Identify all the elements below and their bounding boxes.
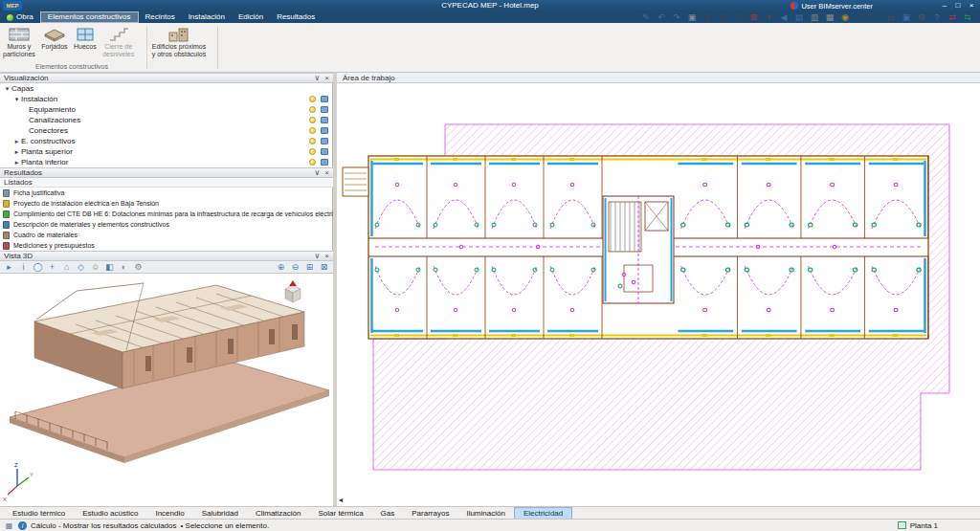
tab-climatizacion[interactable]: Climatización [247, 508, 310, 519]
tab-estudio-acustico[interactable]: Estudio acústico [74, 508, 146, 519]
zoom-in-icon[interactable]: ⊕ [701, 12, 714, 23]
canvas-scroll-left-icon[interactable]: ◂ [339, 496, 343, 504]
layer-print-icon[interactable] [321, 159, 328, 166]
list-item-mediciones-presupuestos[interactable]: Mediciones y presupuestos [0, 240, 333, 251]
layer-print-icon[interactable] [321, 148, 328, 155]
collapse-icon[interactable]: ∨ [314, 168, 320, 177]
muros-y-particiones-button[interactable]: Muros y particiones [2, 24, 36, 59]
edificios-proximos-button[interactable]: Edificios próximos y otros obstáculos [148, 24, 210, 59]
layer-print-icon[interactable] [321, 106, 328, 113]
sync-icon[interactable]: ⇄ [946, 12, 959, 23]
zoom-out-icon[interactable]: ⊖ [716, 12, 729, 23]
zoom-extents-icon[interactable]: ⊠ [746, 12, 760, 23]
visibility-bulb-icon[interactable] [309, 138, 316, 144]
layer-print-icon[interactable] [321, 96, 328, 102]
measure-icon[interactable]: ↔ [869, 12, 882, 23]
columns-icon[interactable]: ▥ [808, 12, 821, 23]
shadow-icon[interactable]: ◐ [118, 262, 130, 273]
collapse-icon[interactable]: ∨ [314, 74, 320, 82]
zoom-window-icon[interactable]: ⊞ [731, 12, 745, 23]
redo-icon[interactable]: ↷ [670, 12, 683, 23]
print-icon[interactable]: ▭ [884, 12, 898, 23]
pan-icon[interactable]: + [46, 262, 58, 273]
tree-item-conectores[interactable]: Conectores [0, 125, 333, 136]
calc-grid-icon[interactable]: ▦ [4, 521, 14, 530]
expander-icon[interactable]: ▾ [3, 85, 11, 93]
help-icon[interactable]: ? [930, 12, 944, 23]
close-button[interactable]: × [965, 0, 978, 11]
zoom-extents-icon[interactable]: ⊠ [318, 262, 330, 273]
layers-icon[interactable]: ▤ [792, 12, 806, 23]
text-icon[interactable]: T [854, 12, 867, 23]
expander-icon[interactable]: ▸ [12, 138, 21, 145]
select-icon[interactable]: ▸ [3, 262, 15, 273]
drawing-canvas[interactable]: ◂ [337, 83, 980, 506]
bimserver-user[interactable]: User BIMserver.center [791, 1, 873, 11]
home-view-icon[interactable]: ⌂ [60, 262, 73, 273]
close-icon[interactable]: × [324, 74, 329, 82]
forjados-button[interactable]: Forjados [40, 24, 68, 53]
edit-icon[interactable]: ✎ [639, 12, 653, 23]
iso-view-icon[interactable]: ◇ [75, 262, 87, 273]
pan-icon[interactable]: + [762, 12, 775, 23]
layer-print-icon[interactable] [321, 138, 328, 144]
tree-item-planta-inferior[interactable]: ▸ Planta inferior [0, 157, 333, 167]
tree-item-instalacion[interactable]: ▾ Instalación [0, 94, 333, 104]
tab-electricidad[interactable]: Electricidad [514, 507, 572, 520]
expander-icon[interactable]: ▸ [12, 148, 21, 156]
tree-item-capas[interactable]: ▾ Capas [0, 83, 333, 94]
visibility-bulb-icon[interactable] [309, 117, 316, 123]
tree-item-canalizaciones[interactable]: Canalizaciones [0, 115, 333, 125]
tab-elementos-constructivos[interactable]: Elementos constructivos [40, 11, 139, 23]
plant-selector[interactable]: Planta 1 [898, 521, 938, 530]
visibility-bulb-icon[interactable] [309, 96, 316, 102]
settings-icon[interactable]: ⚙ [132, 262, 145, 273]
visibility-bulb-icon[interactable] [309, 148, 316, 155]
tab-solar-termica[interactable]: Solar térmica [309, 508, 371, 519]
list-item-descripcion-materiales[interactable]: Descripción de materiales y elementos co… [0, 219, 333, 230]
tab-recintos[interactable]: Recintos [139, 11, 182, 23]
list-item-ficha-justificativa[interactable]: Ficha justificativa [0, 188, 333, 198]
info-icon[interactable]: i [17, 262, 30, 273]
tab-iluminacion[interactable]: Iluminación [457, 508, 513, 519]
section-icon[interactable]: ◧ [103, 262, 116, 273]
tab-salubridad[interactable]: Salubridad [193, 508, 247, 519]
orbit-icon[interactable]: ◯ [32, 262, 44, 273]
list-item-cuadro-materiales[interactable]: Cuadro de materiales [0, 230, 333, 240]
close-icon[interactable]: × [324, 168, 329, 177]
zoom-out-icon[interactable]: ⊖ [289, 262, 301, 273]
snap-icon[interactable]: ◉ [838, 12, 852, 23]
minimize-button[interactable]: – [938, 0, 951, 11]
visibility-bulb-icon[interactable] [309, 159, 316, 166]
visibility-bulb-icon[interactable] [309, 127, 316, 134]
tab-pararrayos[interactable]: Pararrayos [403, 508, 457, 519]
expander-icon[interactable]: ▸ [12, 159, 21, 166]
tab-obra[interactable]: Obra [0, 11, 40, 23]
grid-icon[interactable]: ▦ [823, 12, 836, 23]
huecos-button[interactable]: Huecos [73, 24, 98, 53]
close-icon[interactable]: × [324, 252, 329, 260]
settings-icon[interactable]: ⚙ [915, 12, 928, 23]
tree-item-planta-superior[interactable]: ▸ Planta superior [0, 146, 333, 157]
tab-instalacion[interactable]: Instalación [182, 11, 232, 23]
zoom-window-icon[interactable]: ⊞ [303, 262, 316, 273]
tree-item-e-constructivos[interactable]: ▸ E. constructivos [0, 136, 333, 146]
previous-view-icon[interactable]: ◀ [777, 12, 791, 23]
visibility-bulb-icon[interactable] [309, 106, 316, 113]
walk-icon[interactable]: ☺ [89, 262, 101, 273]
copy-icon[interactable]: ▣ [685, 12, 699, 23]
vista3d-viewport[interactable]: Z Y X [0, 274, 333, 506]
zoom-in-icon[interactable]: ⊕ [275, 262, 287, 273]
update-icon[interactable]: ⇆ [961, 12, 974, 23]
undo-icon[interactable]: ↶ [655, 12, 668, 23]
tab-gas[interactable]: Gas [372, 508, 404, 519]
tab-estudio-termico[interactable]: Estudio térmico [4, 508, 74, 519]
list-item-cumplimiento-cte[interactable]: Cumplimiento del CTE DB HE 6: Dotaciones… [0, 209, 333, 219]
expander-icon[interactable]: ▾ [12, 96, 21, 103]
list-item-proyecto-electrico[interactable]: Proyecto de instalación eléctrica en Baj… [0, 198, 333, 209]
maximize-button[interactable]: □ [951, 0, 965, 11]
tab-incendio[interactable]: Incendio [146, 508, 192, 519]
cierre-de-desniveles-button[interactable]: Cierre de desniveles [101, 24, 135, 59]
tab-edicion[interactable]: Edición [232, 11, 270, 23]
layer-print-icon[interactable] [321, 117, 328, 123]
